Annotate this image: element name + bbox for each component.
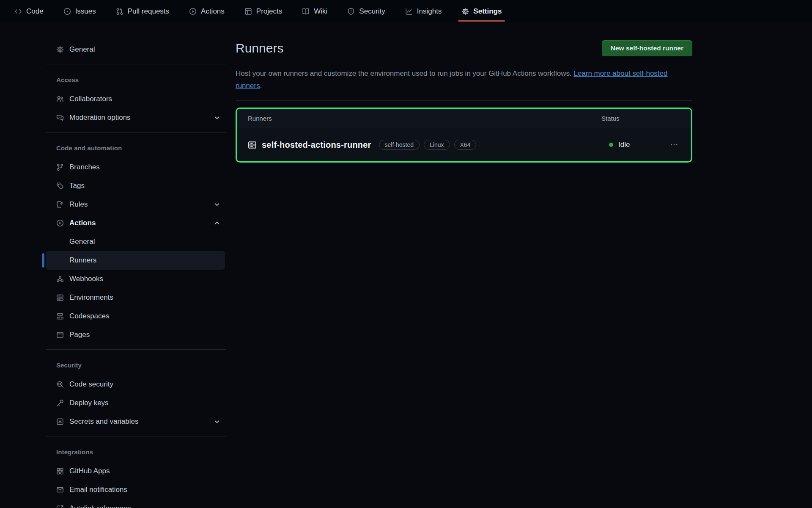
sidebar-item-label: Pages	[69, 331, 90, 339]
sidebar-item-tags[interactable]: Tags	[46, 177, 225, 195]
sidebar-section-code-and-automation: Code and automation	[42, 138, 226, 158]
settings-sidebar: General Access Collaborators Moderation …	[0, 23, 226, 508]
runner-label-pill: X64	[454, 140, 477, 150]
runners-column-header: Runners	[248, 115, 601, 122]
kebab-menu-button[interactable]	[668, 139, 680, 151]
sidebar-item-collaborators[interactable]: Collaborators	[46, 90, 225, 108]
tab-label: Actions	[201, 7, 225, 16]
repo-nav: Code Issues Pull requests Actions Projec…	[0, 0, 812, 23]
sidebar-item-rules[interactable]: Rules	[46, 195, 225, 214]
sidebar-item-deploy-keys[interactable]: Deploy keys	[46, 394, 225, 412]
runner-status: Idle	[618, 141, 630, 149]
sidebar-divider	[46, 64, 226, 64]
sidebar-item-label: Codespaces	[69, 312, 110, 320]
sidebar-item-actions-general[interactable]: General	[46, 232, 225, 251]
server-icon	[56, 294, 64, 301]
tab-code[interactable]: Code	[14, 0, 44, 23]
chevron-up-icon	[213, 219, 221, 227]
tab-insights[interactable]: Insights	[405, 0, 442, 23]
sidebar-item-label: Email notifications	[69, 486, 127, 494]
runners-table: Runners Status self-hosted-actions-runne…	[236, 108, 692, 163]
sidebar-section-integrations: Integrations	[42, 442, 226, 462]
sidebar-item-actions-runners[interactable]: Runners	[46, 251, 225, 270]
chevron-down-icon	[213, 201, 221, 208]
sidebar-item-label: Secrets and variables	[69, 417, 138, 426]
tab-label: Settings	[473, 7, 502, 16]
tab-issues[interactable]: Issues	[63, 0, 96, 23]
play-icon	[56, 219, 64, 227]
sidebar-item-label: Moderation options	[69, 113, 131, 122]
git-pull-request-icon	[116, 8, 123, 15]
tab-label: Insights	[417, 7, 442, 16]
mail-icon	[56, 486, 64, 494]
cross-reference-icon	[56, 505, 64, 508]
runner-name-link[interactable]: self-hosted-actions-runner	[262, 140, 371, 150]
sidebar-item-code-security[interactable]: Code security	[46, 375, 225, 394]
gear-icon	[56, 46, 64, 53]
tab-projects[interactable]: Projects	[244, 0, 282, 23]
runner-label-pill: self-hosted	[379, 140, 420, 150]
tab-settings[interactable]: Settings	[461, 0, 502, 23]
codespaces-icon	[56, 312, 64, 320]
sidebar-divider	[46, 349, 226, 350]
runner-menu-cell	[668, 139, 680, 151]
sidebar-item-label: Runners	[69, 256, 96, 265]
tag-icon	[56, 182, 64, 190]
sidebar-item-branches[interactable]: Branches	[46, 158, 225, 177]
tab-pull-requests[interactable]: Pull requests	[116, 0, 169, 23]
tab-label: Wiki	[314, 7, 327, 16]
tab-wiki[interactable]: Wiki	[302, 0, 327, 23]
sidebar-item-webhooks[interactable]: Webhooks	[46, 270, 225, 288]
runner-status-cell: Idle	[609, 141, 668, 149]
chevron-down-icon	[213, 418, 221, 425]
runners-settings-page: Runners New self-hosted runner Host your…	[236, 23, 692, 508]
key-icon	[56, 399, 64, 407]
sidebar-item-general[interactable]: General	[46, 40, 225, 59]
sidebar-item-label: Deploy keys	[69, 399, 109, 407]
runners-description: Host your own runners and customize the …	[236, 67, 692, 92]
description-text: Host your own runners and customize the …	[236, 69, 572, 77]
table-icon	[244, 8, 252, 15]
browser-icon	[56, 331, 64, 339]
tab-actions[interactable]: Actions	[189, 0, 225, 23]
tab-label: Issues	[75, 7, 96, 16]
tab-label: Projects	[256, 7, 282, 16]
section-divider	[236, 100, 692, 101]
sidebar-item-actions[interactable]: Actions	[46, 214, 225, 232]
code-icon	[14, 8, 22, 15]
sidebar-divider	[46, 132, 226, 133]
sidebar-item-label: Webhooks	[69, 275, 103, 283]
tab-security[interactable]: Security	[347, 0, 385, 23]
sidebar-item-moderation-options[interactable]: Moderation options	[46, 108, 225, 127]
sidebar-item-label: General	[69, 45, 95, 54]
sidebar-item-codespaces[interactable]: Codespaces	[46, 307, 225, 326]
sidebar-item-label: Actions	[69, 219, 96, 227]
sidebar-item-label: Autolink references	[69, 504, 131, 508]
secrets-icon	[56, 418, 64, 425]
runner-row: self-hosted-actions-runner self-hosted L…	[237, 128, 691, 161]
apps-grid-icon	[56, 467, 64, 475]
book-icon	[302, 8, 310, 15]
new-self-hosted-runner-button[interactable]: New self-hosted runner	[602, 40, 692, 56]
sidebar-section-security: Security	[42, 355, 226, 375]
shield-icon	[347, 8, 355, 15]
sidebar-item-label: Tags	[69, 182, 85, 190]
sidebar-item-label: GitHub Apps	[69, 467, 110, 475]
kebab-icon	[670, 141, 678, 149]
sidebar-item-label: Code security	[69, 380, 113, 389]
tab-label: Code	[26, 7, 44, 16]
git-branch-icon	[56, 163, 64, 171]
sidebar-item-email-notifications[interactable]: Email notifications	[46, 480, 225, 499]
runner-name-cell: self-hosted-actions-runner self-hosted L…	[248, 140, 609, 150]
sidebar-item-autolink-references[interactable]: Autolink references	[46, 499, 225, 508]
sidebar-item-label: Collaborators	[69, 95, 112, 103]
gear-icon	[461, 8, 469, 15]
graph-icon	[405, 8, 413, 15]
sidebar-item-pages[interactable]: Pages	[46, 326, 225, 344]
chevron-down-icon	[213, 114, 221, 121]
description-period: .	[260, 82, 262, 90]
sidebar-item-secrets-and-variables[interactable]: Secrets and variables	[46, 412, 225, 431]
sidebar-item-github-apps[interactable]: GitHub Apps	[46, 462, 225, 480]
sidebar-item-label: Branches	[69, 163, 100, 171]
sidebar-item-environments[interactable]: Environments	[46, 288, 225, 307]
